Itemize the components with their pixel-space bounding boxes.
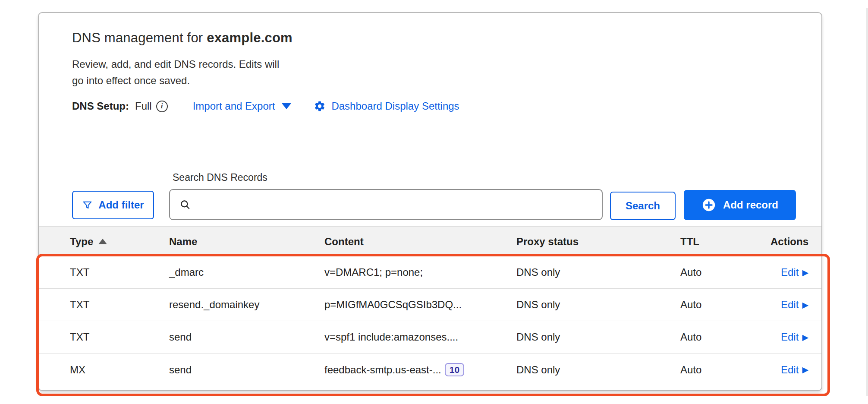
cell-type: TXT <box>70 299 169 311</box>
cell-name: send <box>169 331 324 343</box>
import-export-label: Import and Export <box>193 100 275 112</box>
cell-ttl: Auto <box>680 266 762 278</box>
column-header-name[interactable]: Name <box>169 236 324 248</box>
records-toolbar: Search DNS Records Add filter Search Add… <box>39 168 821 224</box>
cell-proxy-status: DNS only <box>516 364 680 376</box>
cell-name: resend._domainkey <box>169 299 324 311</box>
mx-priority-badge: 10 <box>445 363 464 376</box>
table-row: TXT resend._domainkey p=MIGfMA0GCSqGSIb3… <box>39 289 821 321</box>
search-input[interactable] <box>197 199 602 211</box>
edit-record-button[interactable]: Edit▶ <box>781 299 808 311</box>
dns-setup-row: DNS Setup: Full i Import and Export Dash… <box>72 100 796 112</box>
cell-proxy-status: DNS only <box>516 331 680 343</box>
table-row: TXT send v=spf1 include:amazonses.... DN… <box>39 321 821 354</box>
cell-ttl: Auto <box>680 299 762 311</box>
cell-content: feedback-smtp.us-east-... 10 <box>324 363 516 376</box>
edit-record-button[interactable]: Edit▶ <box>781 266 808 278</box>
dashboard-display-settings-link[interactable]: Dashboard Display Settings <box>314 100 459 112</box>
page-title-domain: example.com <box>207 30 292 45</box>
table-header-row: Type Name Content Proxy status TTL Actio… <box>39 226 821 256</box>
add-record-label: Add record <box>723 199 778 211</box>
table-row: TXT _dmarc v=DMARC1; p=none; DNS only Au… <box>39 256 821 289</box>
chevron-right-icon: ▶ <box>802 333 808 341</box>
edit-label: Edit <box>781 364 799 376</box>
import-export-dropdown[interactable]: Import and Export <box>193 100 292 112</box>
info-icon[interactable]: i <box>156 101 168 112</box>
column-header-content[interactable]: Content <box>324 236 516 248</box>
add-filter-button[interactable]: Add filter <box>72 191 154 219</box>
edit-label: Edit <box>781 266 799 278</box>
search-box <box>169 189 603 220</box>
chevron-right-icon: ▶ <box>802 366 808 374</box>
sort-ascending-icon <box>98 239 107 244</box>
table-row: MX send feedback-smtp.us-east-... 10 DNS… <box>39 354 821 386</box>
edit-label: Edit <box>781 331 799 343</box>
search-button-label: Search <box>626 200 660 212</box>
filter-icon <box>82 200 93 211</box>
page-title: DNS management for example.com <box>72 30 796 46</box>
cell-name: send <box>169 364 324 376</box>
cell-name: _dmarc <box>169 266 324 278</box>
viewport-edge-strip <box>866 8 868 396</box>
dns-management-card: DNS management for example.com Review, a… <box>38 12 822 391</box>
gear-icon <box>314 100 326 112</box>
column-header-actions: Actions <box>762 236 808 248</box>
add-record-button[interactable]: Add record <box>684 190 796 220</box>
cell-content: v=DMARC1; p=none; <box>324 266 516 278</box>
column-header-type-label: Type <box>70 236 93 248</box>
search-button[interactable]: Search <box>610 192 676 220</box>
edit-label: Edit <box>781 299 799 311</box>
page-title-prefix: DNS management for <box>72 30 207 45</box>
chevron-down-icon <box>282 103 291 109</box>
cell-type: TXT <box>70 266 169 278</box>
cell-ttl: Auto <box>680 364 762 376</box>
cell-type: TXT <box>70 331 169 343</box>
edit-record-button[interactable]: Edit▶ <box>781 364 808 376</box>
cell-content-text: feedback-smtp.us-east-... <box>324 364 441 376</box>
chevron-right-icon: ▶ <box>802 268 808 277</box>
edit-record-button[interactable]: Edit▶ <box>781 331 808 343</box>
column-header-ttl[interactable]: TTL <box>680 236 762 248</box>
cell-ttl: Auto <box>680 331 762 343</box>
plus-circle-icon <box>701 198 716 212</box>
dns-records-table: TXT _dmarc v=DMARC1; p=none; DNS only Au… <box>39 256 821 386</box>
page-description-line1: Review, add, and edit DNS records. Edits… <box>72 56 357 73</box>
page-description: Review, add, and edit DNS records. Edits… <box>72 56 357 89</box>
page-description-line2: go into effect once saved. <box>72 73 357 89</box>
dashboard-display-settings-label: Dashboard Display Settings <box>331 100 459 112</box>
column-header-proxy-status[interactable]: Proxy status <box>516 236 680 248</box>
chevron-right-icon: ▶ <box>802 301 808 309</box>
search-field-label: Search DNS Records <box>173 172 267 183</box>
dns-setup-label: DNS Setup: <box>72 100 129 112</box>
cell-proxy-status: DNS only <box>516 299 680 311</box>
cell-proxy-status: DNS only <box>516 266 680 278</box>
add-filter-label: Add filter <box>98 199 144 211</box>
cell-content: v=spf1 include:amazonses.... <box>324 331 516 343</box>
cell-type: MX <box>70 364 169 376</box>
cell-content: p=MIGfMA0GCSqGSIb3DQ... <box>324 299 516 311</box>
column-header-type[interactable]: Type <box>70 236 169 248</box>
search-icon <box>179 199 191 210</box>
dns-setup-value: Full <box>135 100 152 112</box>
